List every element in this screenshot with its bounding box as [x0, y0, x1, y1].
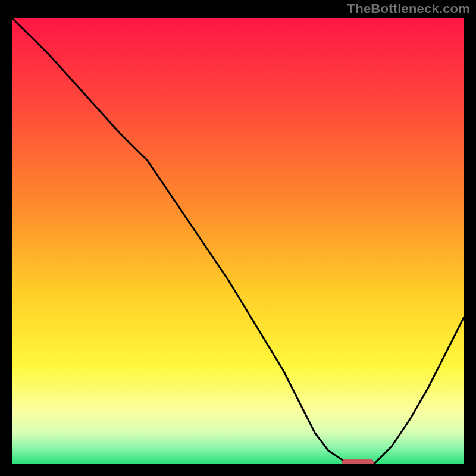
- watermark-text: TheBottleneck.com: [347, 1, 470, 17]
- optimal-range-marker: [342, 459, 374, 464]
- gradient-background: [12, 18, 464, 464]
- bottleneck-chart: [12, 18, 464, 464]
- plot-area: [12, 18, 464, 464]
- chart-frame: TheBottleneck.com: [0, 0, 476, 476]
